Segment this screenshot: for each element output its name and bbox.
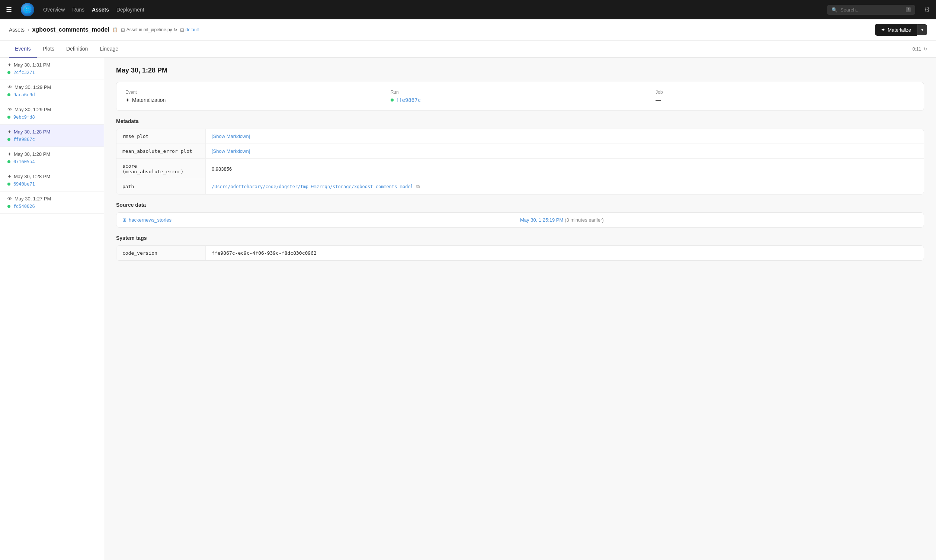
meta-key-path: path	[117, 179, 206, 194]
event-run-id[interactable]: 6940be71	[13, 182, 35, 187]
app-logo: 🌐	[21, 3, 34, 16]
run-id-link[interactable]: ffe9867c	[396, 97, 421, 103]
job-label: Job	[656, 89, 915, 95]
tab-lineage[interactable]: Lineage	[94, 40, 124, 58]
copy-path-icon[interactable]: ⧉	[416, 184, 420, 190]
settings-icon[interactable]: ⚙	[924, 6, 930, 14]
event-run-id[interactable]: 071605a4	[13, 159, 35, 165]
meta-val-path: /Users/odetteharary/code/dagster/tmp_0mz…	[206, 179, 924, 194]
hamburger-menu[interactable]: ☰	[6, 6, 12, 14]
search-icon: 🔍	[831, 7, 837, 13]
materialize-dropdown-button[interactable]: ▾	[917, 24, 927, 35]
event-run-id[interactable]: 9ebc9fd8	[13, 115, 35, 120]
event-item-9ebc9fd8[interactable]: 👁 May 30, 1:29 PM 9ebc9fd8	[0, 102, 104, 125]
search-kbd: /	[906, 7, 911, 12]
tab-plots[interactable]: Plots	[37, 40, 60, 58]
asset-default-badge[interactable]: ⊞ default	[180, 27, 199, 33]
rmse-markdown-link[interactable]: [Show Markdown]	[212, 134, 250, 139]
nav-overview[interactable]: Overview	[43, 5, 65, 14]
event-time: May 30, 1:28 PM	[14, 151, 50, 157]
event-detail-panel: May 30, 1:28 PM Event ✦ Materialization …	[104, 58, 936, 560]
source-table-link[interactable]: ⊞ hackernews_stories	[122, 217, 520, 223]
refresh-icon[interactable]: ↻	[923, 46, 927, 52]
source-table-icon: ⊞	[122, 217, 126, 223]
grid-icon: ⊞	[180, 27, 184, 33]
nav-assets[interactable]: Assets	[92, 5, 109, 14]
event-status-dot	[8, 138, 11, 141]
materialize-button-group: ✦ Materialize ▾	[875, 24, 927, 36]
event-id-row: ffe9867c	[8, 136, 96, 142]
breadcrumb-current-page: xgboost_comments_model	[32, 26, 109, 33]
run-col: Run ffe9867c	[391, 89, 650, 103]
observation-icon: 👁	[8, 107, 12, 112]
refresh-icon: ↻	[174, 28, 177, 32]
tab-events[interactable]: Events	[9, 40, 37, 58]
event-time: May 30, 1:29 PM	[14, 85, 51, 90]
event-item-071605a4[interactable]: ✦ May 30, 1:28 PM 071605a4	[0, 147, 104, 169]
run-status-dot	[391, 98, 394, 102]
tabs-bar: Events Plots Definition Lineage 0:11 ↻	[0, 40, 936, 58]
event-run-id[interactable]: 2cfc3271	[13, 70, 35, 75]
event-item-9aca6c9d[interactable]: 👁 May 30, 1:29 PM 9aca6c9d	[0, 80, 104, 102]
event-run-id[interactable]: fd540026	[13, 204, 35, 209]
breadcrumb-doc-icon: 📋	[112, 27, 118, 32]
event-status-dot	[8, 160, 11, 163]
event-item-6940be71[interactable]: ✦ May 30, 1:28 PM 6940be71	[0, 169, 104, 191]
system-tags-section-header: System tags	[116, 235, 924, 241]
meta-key-score: score(mean_absolute_error)	[117, 159, 206, 179]
event-run-id[interactable]: ffe9867c	[13, 137, 35, 142]
source-data-row: ⊞ hackernews_stories May 30, 1:25:19 PM …	[117, 213, 924, 227]
materialization-icon: ✦	[8, 62, 12, 68]
event-time: May 30, 1:28 PM	[14, 174, 50, 179]
meta-val-score: 0.983856	[206, 159, 924, 179]
meta-row-mae: mean_absolute_error plot [Show Markdown]	[117, 144, 924, 159]
event-id-row: 071605a4	[8, 158, 96, 165]
event-item-header: ✦ May 30, 1:28 PM	[8, 129, 96, 135]
event-item-2cfc3271[interactable]: ✦ May 30, 1:31 PM 2cfc3271	[0, 58, 104, 80]
breadcrumb-assets-link[interactable]: Assets	[9, 27, 25, 33]
event-id-row: 2cfc3271	[8, 69, 96, 75]
event-id-row: 9aca6c9d	[8, 91, 96, 97]
breadcrumb: Assets › xgboost_comments_model 📋 ⊞ Asse…	[9, 26, 199, 33]
nav-deployment[interactable]: Deployment	[117, 5, 144, 14]
event-item-ffe9867c[interactable]: ✦ May 30, 1:28 PM ffe9867c	[0, 125, 104, 147]
observation-icon: 👁	[8, 196, 12, 202]
sys-key-code-version: code_version	[117, 246, 206, 260]
source-name-col: ⊞ hackernews_stories	[122, 217, 520, 223]
event-detail-title: May 30, 1:28 PM	[116, 66, 924, 74]
refresh-timer: 0:11	[913, 46, 921, 52]
event-item-header: 👁 May 30, 1:29 PM	[8, 107, 96, 112]
run-label: Run	[391, 89, 650, 95]
nav-links: Overview Runs Assets Deployment	[43, 5, 818, 14]
search-input[interactable]	[841, 7, 903, 13]
nav-runs[interactable]: Runs	[72, 5, 85, 14]
asset-default-link[interactable]: default	[186, 27, 199, 32]
breadcrumb-bar: Assets › xgboost_comments_model 📋 ⊞ Asse…	[0, 19, 936, 40]
meta-key-mae: mean_absolute_error plot	[117, 144, 206, 158]
meta-row-rmse: rmse plot [Show Markdown]	[117, 129, 924, 144]
asset-pipeline-badge[interactable]: ⊞ Asset in ml_pipeline.py ↻	[121, 27, 177, 33]
event-value: ✦ Materialization	[125, 97, 385, 103]
source-table-name: hackernews_stories	[129, 217, 171, 223]
table-icon: ⊞	[121, 27, 125, 33]
meta-key-rmse: rmse plot	[117, 129, 206, 143]
materialize-star-icon: ✦	[881, 27, 885, 33]
source-time-link[interactable]: May 30, 1:25:19 PM	[520, 217, 563, 223]
event-run-job-card: Event ✦ Materialization Run ffe9867c Job	[116, 82, 924, 111]
source-time-ago-text: (3 minutes earlier)	[565, 217, 604, 223]
path-link[interactable]: /Users/odetteharary/code/dagster/tmp_0mz…	[212, 184, 413, 189]
event-run-id[interactable]: 9aca6c9d	[13, 92, 35, 97]
event-time: May 30, 1:31 PM	[14, 62, 50, 68]
mae-markdown-link[interactable]: [Show Markdown]	[212, 148, 250, 154]
tab-definition[interactable]: Definition	[60, 40, 94, 58]
meta-val-rmse: [Show Markdown]	[206, 129, 924, 143]
event-item-fd540026[interactable]: 👁 May 30, 1:27 PM fd540026	[0, 191, 104, 214]
event-status-dot	[8, 183, 11, 186]
job-value: —	[656, 97, 915, 103]
event-id-row: 9ebc9fd8	[8, 114, 96, 120]
meta-val-mae: [Show Markdown]	[206, 144, 924, 158]
search-bar[interactable]: 🔍 /	[827, 5, 915, 15]
metadata-table: rmse plot [Show Markdown] mean_absolute_…	[116, 129, 924, 194]
materialize-main-button[interactable]: ✦ Materialize	[875, 24, 917, 36]
event-status-dot	[8, 71, 11, 74]
